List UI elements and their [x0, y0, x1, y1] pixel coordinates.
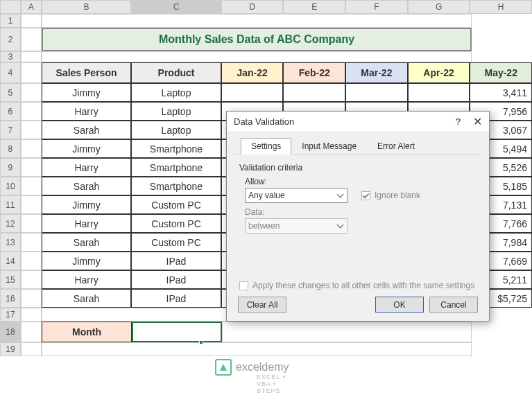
row-header[interactable]: 12 [0, 214, 21, 233]
cell[interactable] [21, 102, 42, 121]
data-cell[interactable] [283, 83, 345, 102]
header-sales-person[interactable]: Sales Person [42, 62, 131, 83]
cell[interactable] [42, 342, 472, 356]
row-header[interactable]: 5 [0, 83, 21, 102]
cell[interactable] [21, 214, 42, 233]
col-header-g[interactable]: G [408, 0, 470, 14]
cell[interactable] [21, 252, 42, 270]
cell[interactable] [222, 322, 472, 342]
person-cell[interactable]: Jimmy [42, 252, 131, 270]
product-cell[interactable]: Laptop [131, 102, 221, 121]
row-header[interactable]: 9 [0, 158, 21, 177]
col-header-a[interactable]: A [21, 0, 42, 14]
row-header[interactable]: 16 [0, 289, 21, 308]
cell[interactable] [21, 270, 42, 289]
help-icon[interactable]: ? [456, 116, 461, 127]
tab-input-message[interactable]: Input Message [291, 138, 367, 154]
header-mar[interactable]: Mar-22 [345, 62, 408, 83]
data-cell[interactable] [221, 83, 284, 102]
header-product[interactable]: Product [131, 62, 221, 83]
header-jan[interactable]: Jan-22 [221, 62, 284, 83]
product-cell[interactable]: IPad [131, 252, 221, 270]
person-cell[interactable]: Jimmy [42, 83, 131, 102]
product-cell[interactable]: Custom PC [131, 195, 221, 214]
cell[interactable] [42, 14, 472, 28]
row-header[interactable]: 3 [0, 51, 21, 62]
select-all-corner[interactable] [0, 0, 21, 14]
tab-error-alert[interactable]: Error Alert [367, 138, 425, 154]
product-cell[interactable]: Smartphone [131, 139, 221, 158]
cell[interactable] [21, 51, 42, 62]
allow-dropdown[interactable]: Any value [245, 188, 347, 203]
row-header[interactable]: 17 [0, 308, 21, 322]
ok-button[interactable]: OK [375, 297, 424, 313]
col-header-d[interactable]: D [221, 0, 284, 14]
dialog-titlebar[interactable]: Data Validation ? ✕ [227, 112, 489, 132]
product-cell[interactable]: Smartphone [131, 177, 221, 195]
row-header[interactable]: 14 [0, 252, 21, 270]
person-cell[interactable]: Harry [42, 102, 131, 121]
header-apr[interactable]: Apr-22 [408, 62, 470, 83]
cell[interactable] [21, 342, 42, 356]
row-header[interactable]: 10 [0, 177, 21, 195]
product-cell[interactable]: Laptop [131, 83, 221, 102]
cancel-button[interactable]: Cancel [429, 297, 478, 313]
cell[interactable] [21, 158, 42, 177]
product-cell[interactable]: IPad [131, 270, 221, 289]
cell[interactable] [21, 177, 42, 195]
cell[interactable] [21, 121, 42, 139]
row-header[interactable]: 8 [0, 139, 21, 158]
cell[interactable] [21, 139, 42, 158]
close-icon[interactable]: ✕ [473, 115, 482, 128]
fill-handle[interactable] [199, 340, 203, 344]
cell[interactable] [21, 14, 42, 28]
data-cell[interactable] [408, 83, 470, 102]
cell[interactable] [21, 62, 42, 83]
row-header[interactable]: 4 [0, 62, 21, 83]
person-cell[interactable]: Jimmy [42, 139, 131, 158]
cell[interactable] [21, 83, 42, 102]
title-cell[interactable]: Monthly Sales Data of ABC Company [42, 28, 472, 51]
cell[interactable] [21, 322, 42, 342]
row-header[interactable]: 18 [0, 322, 21, 342]
col-header-f[interactable]: F [345, 0, 408, 14]
person-cell[interactable]: Jimmy [42, 195, 131, 214]
person-cell[interactable]: Harry [42, 214, 131, 233]
selected-cell[interactable] [132, 322, 222, 342]
row-header[interactable]: 2 [0, 28, 21, 51]
cell[interactable] [21, 233, 42, 252]
cell[interactable] [21, 308, 42, 322]
col-header-b[interactable]: B [42, 0, 131, 14]
col-header-h[interactable]: H [470, 0, 532, 14]
product-cell[interactable]: Custom PC [131, 214, 221, 233]
cell[interactable] [21, 28, 42, 51]
month-label-cell[interactable]: Month [42, 322, 132, 342]
person-cell[interactable]: Harry [42, 270, 131, 289]
row-header[interactable]: 7 [0, 121, 21, 139]
cell[interactable] [21, 195, 42, 214]
tab-settings[interactable]: Settings [241, 138, 291, 155]
header-feb[interactable]: Feb-22 [283, 62, 345, 83]
row-header[interactable]: 13 [0, 233, 21, 252]
row-header[interactable]: 15 [0, 270, 21, 289]
product-cell[interactable]: Laptop [131, 121, 221, 139]
product-cell[interactable]: IPad [131, 289, 221, 308]
data-cell[interactable] [345, 83, 408, 102]
clear-all-button[interactable]: Clear All [238, 297, 286, 313]
cell[interactable] [42, 51, 472, 62]
person-cell[interactable]: Sarah [42, 177, 131, 195]
person-cell[interactable]: Sarah [42, 233, 131, 252]
header-may[interactable]: May-22 [470, 62, 532, 83]
row-header[interactable]: 19 [0, 342, 21, 356]
row-header[interactable]: 11 [0, 195, 21, 214]
row-header[interactable]: 6 [0, 102, 21, 121]
row-header[interactable]: 1 [0, 14, 21, 28]
col-header-e[interactable]: E [283, 0, 345, 14]
person-cell[interactable]: Sarah [42, 121, 131, 139]
col-header-c[interactable]: C [131, 0, 221, 14]
ignore-blank-checkbox[interactable]: Ignore blank [361, 191, 420, 200]
product-cell[interactable]: Smartphone [131, 158, 221, 177]
person-cell[interactable]: Harry [42, 158, 131, 177]
cell[interactable] [21, 289, 42, 308]
data-cell[interactable]: 3,411 [470, 83, 532, 102]
